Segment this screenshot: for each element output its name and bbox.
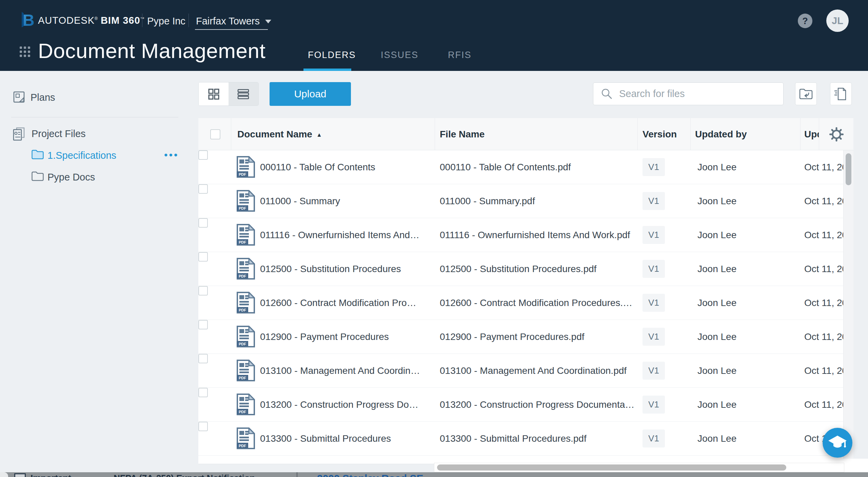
- folder-icon: [32, 171, 44, 183]
- page-title: Document Management: [38, 39, 265, 63]
- search-input[interactable]: [618, 88, 769, 100]
- version-badge: V1: [643, 430, 665, 447]
- row-checkbox[interactable]: [198, 422, 208, 431]
- document-name[interactable]: 013100 - Management And Coordin…: [260, 354, 420, 387]
- document-name[interactable]: 013300 - Submittal Procedures: [260, 422, 391, 455]
- table-row[interactable]: PDF 011116 - Ownerfurnished Items And… 0…: [198, 218, 843, 252]
- file-name: 012900 - Payment Procedures.pdf: [440, 320, 584, 354]
- table-row[interactable]: PDF 012500 - Substitution Procedures 012…: [198, 252, 843, 286]
- updated-by: Joon Lee: [697, 320, 736, 354]
- folder-more-menu[interactable]: •••: [164, 149, 179, 161]
- horizontal-scrollbar-thumb[interactable]: [437, 464, 786, 471]
- graduation-cap-icon: [828, 435, 847, 451]
- learning-fab-button[interactable]: [823, 428, 852, 458]
- sidebar-item-project-files[interactable]: Project Files: [32, 128, 86, 139]
- background-window-edge: [0, 472, 8, 477]
- background-text-fragment: Important: [31, 473, 71, 477]
- project-selector[interactable]: Fairfax Towers: [196, 16, 271, 27]
- grid-view-icon: [208, 89, 219, 100]
- updated-on: Oct 11, 20: [804, 286, 843, 320]
- background-text-fragment: NFPA (7A-250) Export Notification ...: [114, 473, 265, 477]
- vertical-scrollbar: [843, 150, 853, 464]
- updated-by: Joon Lee: [697, 388, 736, 421]
- table-row[interactable]: PDF 013200 - Construction Progress Do… 0…: [198, 388, 843, 422]
- document-log-icon: [834, 87, 848, 101]
- document-name[interactable]: 000110 - Table Of Contents: [260, 150, 375, 184]
- version-badge: V1: [643, 396, 665, 414]
- row-checkbox[interactable]: [198, 150, 208, 160]
- table-header-row: Document Name▲ File Name Version Updated…: [198, 118, 853, 150]
- column-header-file-name[interactable]: File Name: [440, 118, 485, 150]
- svg-text:PDF: PDF: [239, 308, 246, 312]
- column-settings-button[interactable]: [819, 118, 853, 150]
- sidebar-folder-specifications[interactable]: 1.Specifications: [47, 150, 116, 161]
- files-table: Document Name▲ File Name Version Updated…: [198, 118, 853, 464]
- column-header-updated-on[interactable]: Upd: [804, 118, 819, 150]
- export-folder-button[interactable]: [795, 82, 817, 105]
- row-checkbox[interactable]: [198, 218, 208, 228]
- document-name[interactable]: 013200 - Construction Progress Do…: [260, 388, 418, 421]
- vertical-scrollbar-thumb[interactable]: [846, 153, 851, 185]
- document-name[interactable]: 011116 - Ownerfurnished Items And…: [260, 218, 419, 252]
- document-name[interactable]: 012900 - Payment Procedures: [260, 320, 389, 354]
- select-all-checkbox[interactable]: [210, 129, 220, 139]
- row-checkbox[interactable]: [198, 286, 208, 295]
- document-name[interactable]: 011000 - Summary: [260, 184, 340, 218]
- table-body: PDF 000110 - Table Of Contents 000110 - …: [198, 150, 843, 464]
- table-row[interactable]: PDF 012900 - Payment Procedures 012900 -…: [198, 320, 843, 354]
- version-badge: V1: [643, 294, 665, 312]
- document-log-button[interactable]: [830, 82, 852, 105]
- help-button[interactable]: ?: [798, 14, 812, 28]
- column-header-version[interactable]: Version: [643, 118, 677, 150]
- row-checkbox[interactable]: [198, 320, 208, 329]
- file-name: 012500 - Substitution Procedures.pdf: [440, 252, 596, 286]
- app-grid-icon[interactable]: [20, 46, 30, 58]
- table-row[interactable]: PDF 000110 - Table Of Contents 000110 - …: [198, 150, 843, 184]
- list-view-button[interactable]: [229, 82, 258, 106]
- table-row[interactable]: PDF 013300 - Submittal Procedures 013300…: [198, 422, 843, 456]
- background-text-fragment: 2000 Stanley Road SE: [317, 473, 423, 477]
- tab-issues[interactable]: ISSUES: [381, 50, 418, 60]
- document-name[interactable]: 012600 - Contract Modification Pro…: [260, 286, 416, 320]
- sidebar-item-plans[interactable]: Plans: [31, 92, 55, 103]
- bim360-logo-icon: B: [20, 11, 34, 30]
- chevron-down-icon: [265, 20, 271, 23]
- updated-by: Joon Lee: [697, 218, 736, 252]
- column-header-updated-by[interactable]: Updated by: [695, 118, 747, 150]
- document-name[interactable]: 012500 - Substitution Procedures: [260, 252, 401, 286]
- tab-folders[interactable]: FOLDERS: [308, 50, 356, 60]
- pdf-file-icon: PDF: [237, 427, 255, 463]
- table-row[interactable]: PDF 012600 - Contract Modification Pro… …: [198, 286, 843, 320]
- upload-button[interactable]: Upload: [270, 82, 351, 106]
- row-checkbox[interactable]: [198, 252, 208, 262]
- updated-by: Joon Lee: [697, 286, 736, 320]
- svg-text:PDF: PDF: [239, 172, 246, 176]
- table-row[interactable]: PDF 013100 - Management And Coordin… 013…: [198, 354, 843, 388]
- updated-on: Oct 11, 20: [804, 354, 843, 387]
- grid-view-button[interactable]: [199, 82, 229, 106]
- row-checkbox[interactable]: [198, 354, 208, 363]
- project-selector-underline: [195, 29, 268, 30]
- updated-by: Joon Lee: [697, 184, 736, 218]
- row-checkbox[interactable]: [198, 388, 208, 397]
- table-row[interactable]: PDF 011000 - Summary 011000 - Summary.pd…: [198, 184, 843, 218]
- svg-text:PDF: PDF: [239, 274, 246, 278]
- file-name: 012600 - Contract Modification Procedure…: [440, 286, 632, 320]
- background-folder-icon: [14, 473, 26, 477]
- column-header-document-name[interactable]: Document Name▲: [237, 118, 322, 150]
- horizontal-scrollbar: [434, 463, 844, 472]
- updated-by: Joon Lee: [697, 150, 736, 184]
- row-checkbox[interactable]: [198, 184, 208, 194]
- version-badge: V1: [643, 158, 665, 176]
- svg-text:PDF: PDF: [239, 376, 246, 380]
- sidebar-folder-pype-docs[interactable]: Pype Docs: [47, 172, 95, 183]
- background-divider: [296, 472, 298, 477]
- header-separator: [189, 14, 189, 27]
- search-box: [593, 82, 784, 105]
- sort-asc-icon: ▲: [316, 132, 322, 138]
- avatar[interactable]: JL: [826, 9, 849, 32]
- svg-text:PDF: PDF: [239, 342, 246, 346]
- active-tab-underline: [303, 69, 351, 71]
- updated-by: Joon Lee: [697, 422, 736, 455]
- tab-rfis[interactable]: RFIS: [448, 50, 472, 60]
